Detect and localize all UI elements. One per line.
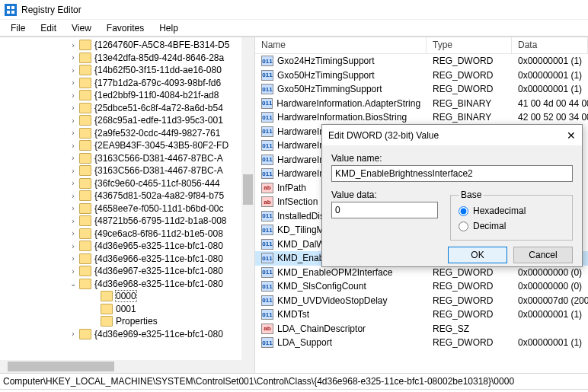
list-row[interactable]: 011KMD_UVDVideoStopDelayREG_DWORD0x00000…	[255, 294, 588, 308]
chevron-icon[interactable]: ›	[69, 53, 78, 62]
list-row[interactable]: 011Gxo50HzTimingSupportREG_DWORD0x000000…	[255, 69, 588, 83]
menu-view[interactable]: View	[64, 21, 99, 35]
folder-icon	[79, 140, 91, 151]
menu-help[interactable]: Help	[152, 21, 186, 35]
chevron-icon[interactable]: ›	[69, 142, 78, 150]
folder-icon	[79, 203, 91, 214]
dialog-titlebar[interactable]: Edit DWORD (32-bit) Value ✕	[322, 125, 582, 145]
tree-item[interactable]: ›{1ed2bbf9-11f0-4084-b21f-ad8	[0, 89, 254, 102]
list-row[interactable]: abLDA_ChainDescriptorREG_SZ	[255, 322, 588, 336]
value-type: REG_BINARY	[427, 98, 512, 109]
chevron-icon[interactable]: ⌄	[69, 279, 78, 288]
list-row[interactable]: 011HardwareInformation.AdapterStringREG_…	[255, 97, 588, 111]
tree-item[interactable]: ›{49ce6ac8-6f86-11d2-b1e5-008	[0, 228, 254, 241]
folder-icon	[79, 266, 91, 276]
folder-icon	[79, 228, 91, 239]
list-row[interactable]: 011Gxo24HzTimingSupportREG_DWORD0x000000…	[255, 54, 588, 69]
folder-icon	[79, 65, 91, 75]
folder-icon	[79, 215, 91, 226]
menu-favorites[interactable]: Favorites	[99, 21, 152, 35]
tree-item[interactable]: ›{48721b56-6795-11d2-b1a8-008	[0, 215, 254, 228]
radio-hex[interactable]: Hexadecimal	[459, 203, 564, 218]
folder-icon	[79, 103, 91, 113]
tree-item[interactable]: ›{1264760F-A5C8-4BFE-B314-D5	[0, 39, 254, 52]
chevron-icon[interactable]: ›	[69, 154, 78, 162]
chevron-icon[interactable]: ›	[69, 229, 78, 237]
list-row[interactable]: 011KMDTstREG_DWORD0x00000001 (1)	[255, 308, 588, 322]
tree-item[interactable]: ›{14b62f50-3f15-11dd-ae16-080	[0, 64, 254, 77]
value-type: REG_DWORD	[427, 56, 512, 66]
tree-item[interactable]: ⌄{4d36e968-e325-11ce-bfc1-080	[0, 278, 254, 291]
cancel-button[interactable]: Cancel	[513, 247, 573, 263]
tree-item[interactable]: ›{43675d81-502a-4a82-9f84-b75	[0, 190, 254, 202]
col-name[interactable]: Name	[255, 37, 427, 53]
list-row[interactable]: 011Gxo50HzTimmingSupportREG_DWORD0x00000…	[255, 82, 588, 97]
chevron-icon[interactable]: ›	[69, 267, 78, 276]
tree-scroll-v[interactable]	[241, 37, 254, 373]
chevron-icon[interactable]: ›	[69, 242, 78, 250]
value-type: REG_DWORD	[427, 337, 512, 348]
col-type[interactable]: Type	[427, 37, 512, 53]
chevron-icon[interactable]: ›	[69, 41, 78, 49]
list-row[interactable]: 011LDA_SupportREG_DWORD0x00000001 (1)	[255, 336, 588, 350]
value-data-input[interactable]	[331, 202, 438, 218]
chevron-icon[interactable]: ›	[69, 330, 78, 338]
chevron-icon[interactable]: ›	[69, 167, 78, 175]
tree-item[interactable]: ›{13e42dfa-85d9-424d-8646-28a	[0, 52, 254, 65]
menu-edit[interactable]: Edit	[33, 21, 64, 35]
chevron-icon[interactable]: ›	[69, 78, 78, 87]
chevron-icon[interactable]: ›	[69, 116, 78, 125]
value-data: 0x000007d0 (2000	[512, 295, 588, 306]
tree-item[interactable]: ›{4658ee7e-f050-11d1-b6bd-00c	[0, 202, 254, 215]
tree-scroll-h[interactable]	[0, 360, 241, 373]
close-icon[interactable]: ✕	[567, 129, 576, 142]
ok-button[interactable]: OK	[448, 247, 507, 263]
chevron-icon[interactable]: ›	[69, 192, 78, 200]
col-data[interactable]: Data	[512, 37, 588, 53]
tree-item[interactable]: ›0000	[0, 290, 254, 303]
chevron-icon[interactable]: ›	[69, 179, 78, 187]
folder-icon	[79, 241, 91, 251]
list-row[interactable]: 011KMD_SlsConfigCountREG_DWORD0x00000000…	[255, 279, 588, 294]
svg-rect-1	[11, 6, 14, 9]
tree-item[interactable]: ›{4d36e965-e325-11ce-bfc1-080	[0, 240, 254, 253]
statusbar: Computer\HKEY_LOCAL_MACHINE\SYSTEM\Contr…	[0, 373, 588, 390]
folder-icon	[79, 190, 91, 201]
chevron-icon[interactable]: ›	[69, 66, 78, 75]
menu-file[interactable]: File	[3, 21, 33, 35]
radio-hex-input[interactable]	[459, 206, 468, 216]
chevron-icon[interactable]: ›	[69, 104, 78, 112]
tree-item[interactable]: ›{4d36e967-e325-11ce-bfc1-080	[0, 265, 254, 278]
tree-item[interactable]: ›{177b1d2a-679c-4093-98bf-fd6	[0, 77, 254, 90]
chevron-icon[interactable]: ›	[69, 217, 78, 225]
folder-icon	[79, 253, 91, 264]
chevron-icon[interactable]: ›	[69, 204, 78, 212]
folder-icon	[79, 78, 91, 88]
tree-item[interactable]: ›0001	[0, 303, 254, 316]
value-icon: 011	[261, 84, 273, 94]
chevron-icon[interactable]: ›	[69, 91, 78, 100]
tree-item[interactable]: ›{3163C566-D381-4467-87BC-A	[0, 152, 254, 165]
tree-item[interactable]: ›{25dbce51-6c8f-4a72-8a6d-b54	[0, 102, 254, 115]
tree-item[interactable]: ›{3163C566-D381-4467-87BC-A	[0, 164, 254, 177]
tree-item[interactable]: ›{2EA9B43F-3045-43B5-80F2-FD	[0, 139, 254, 152]
tree-item[interactable]: ›{2a9fe532-0cdc-44f9-9827-761	[0, 127, 254, 140]
value-name-input[interactable]	[331, 165, 573, 182]
value-icon: 011	[261, 126, 273, 137]
tree-item[interactable]: ›Properties	[0, 315, 254, 328]
list-row[interactable]: 011HardwareInformation.BiosStringREG_BIN…	[255, 110, 588, 125]
chevron-icon[interactable]: ›	[69, 254, 78, 263]
folder-icon	[79, 153, 91, 164]
dialog-title: Edit DWORD (32-bit) Value	[328, 130, 439, 141]
tree-item[interactable]: ›{36fc9e60-c465-11cf-8056-444	[0, 177, 254, 190]
value-icon: 011	[261, 155, 273, 165]
chevron-icon[interactable]: ›	[69, 129, 78, 137]
value-data: 0x00000001 (1)	[512, 70, 588, 81]
radio-dec[interactable]: Decimal	[459, 218, 564, 234]
radio-dec-input[interactable]	[459, 221, 468, 231]
tree-item[interactable]: ›{268c95a1-edfe-11d3-95c3-001	[0, 114, 254, 127]
tree-item[interactable]: ›{4d36e969-e325-11ce-bfc1-080	[0, 328, 254, 341]
tree-item[interactable]: ›{4d36e966-e325-11ce-bfc1-080	[0, 253, 254, 266]
tree-label: {3163C566-D381-4467-87BC-A	[94, 165, 223, 176]
value-type: REG_DWORD	[427, 281, 512, 292]
